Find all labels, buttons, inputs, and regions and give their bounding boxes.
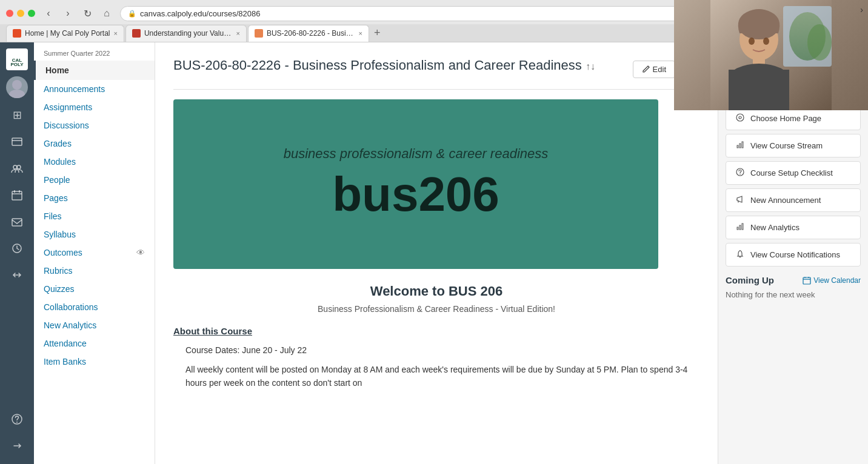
svg-rect-24 [742,142,743,148]
nav-inbox-icon[interactable] [5,210,29,234]
hero-banner: business professionalism & career readin… [173,99,658,269]
nav-history-icon[interactable] [5,236,29,260]
tab-close-icon[interactable]: × [236,30,240,37]
traffic-lights [6,10,35,17]
nothing-text: Nothing for the next week [726,290,861,299]
sidebar-link-label: Item Banks [44,357,86,366]
action-icon [735,113,746,124]
sidebar-link[interactable]: Attendance [34,334,155,353]
welcome-sub: Business Professionalism & Career Readin… [173,304,699,314]
video-person [674,0,868,110]
url-text: canvas.calpoly.edu/courses/82086 [140,9,261,18]
tab-icon [255,29,263,38]
new-tab-button[interactable]: + [370,27,384,39]
user-avatar[interactable] [6,76,28,98]
right-action-view-course-notifications[interactable]: View Course Notifications [726,243,861,267]
nav-courses-icon[interactable] [5,130,29,154]
browser-tab[interactable]: BUS-206-80-2226 - Business... × [248,25,369,42]
tab-label: BUS-206-80-2226 - Business... [267,29,355,38]
sidebar-link[interactable]: Outcomes👁 [34,244,155,262]
tab-close-icon[interactable]: × [359,30,362,37]
svg-point-37 [807,24,832,61]
svg-rect-30 [803,277,810,284]
action-label: Course Setup Checklist [750,168,833,177]
sidebar-link[interactable]: Rubrics [34,262,155,280]
action-label: View Course Notifications [750,250,840,259]
browser-tab[interactable]: Understanding your Values.pp × [125,25,247,42]
nav-help-icon[interactable] [5,407,29,431]
action-icon [735,141,746,151]
sidebar-link[interactable]: Item Banks [34,353,155,371]
sidebar-link-label: Attendance [44,339,87,348]
sidebar-link-label: Collaborations [44,302,98,312]
sidebar-link[interactable]: Collaborations [34,298,155,316]
nav-groups-icon[interactable] [5,156,29,181]
sidebar-link-label: Syllabus [44,230,76,239]
sidebar-link[interactable]: People [34,171,155,189]
view-calendar-link[interactable]: View Calendar [803,276,861,285]
svg-point-44 [763,38,769,45]
sidebar-link[interactable]: New Analytics [34,316,155,334]
quarter-label: Summer Quarter 2022 [34,42,155,61]
home-button[interactable]: ⌂ [98,5,115,22]
svg-rect-42 [729,70,789,110]
nav-dashboard-icon[interactable]: ⊞ [5,103,29,127]
about-heading: About this Course [173,326,699,336]
title-divider [173,89,699,90]
minimize-button[interactable] [17,10,24,17]
svg-rect-23 [739,144,741,148]
svg-text:POLY: POLY [10,62,24,67]
sidebar-link[interactable]: Modules [34,153,155,171]
action-label: New Announcement [750,196,821,205]
svg-rect-5 [12,138,22,145]
sidebar-link[interactable]: Syllabus [34,225,155,244]
sidebar-link-label: Files [44,211,62,221]
sidebar-link[interactable]: Assignments [34,98,155,116]
sidebar-link-label: People [44,175,70,185]
sidebar-link[interactable]: Grades [34,134,155,153]
edit-button[interactable]: Edit [633,61,675,78]
back-button[interactable]: ‹ [40,5,57,22]
sidebar-link[interactable]: Files [34,207,155,225]
sidebar-link-label: Quizzes [44,284,75,294]
refresh-button[interactable]: ↻ [79,5,96,22]
right-action-new-analytics[interactable]: New Analytics [726,216,861,239]
svg-point-8 [17,165,21,169]
outcomes-visibility-icon[interactable]: 👁 [136,248,145,257]
nav-commons-icon[interactable] [5,263,29,287]
maximize-button[interactable] [28,10,35,17]
action-icon [735,222,746,233]
svg-rect-9 [12,191,22,200]
sidebar-link[interactable]: Discussions [34,116,155,134]
tab-icon [132,29,141,38]
right-action-new-announcement[interactable]: New Announcement [726,188,861,212]
hero-subtitle: business professionalism & career readin… [284,146,549,162]
close-button[interactable] [6,10,13,17]
action-label: New Analytics [750,223,800,232]
sidebar-link[interactable]: Quizzes [34,280,155,298]
left-nav: CAL POLY ⊞ [0,42,34,464]
sidebar-link[interactable]: Pages [34,189,155,207]
sidebar-link-label: Outcomes [44,248,82,257]
svg-point-43 [749,38,755,45]
sidebar-link-label: Announcements [44,84,105,94]
svg-point-26 [739,174,741,175]
forward-button[interactable]: › [59,5,76,22]
right-action-course-setup-checklist[interactable]: Course Setup Checklist [726,161,861,185]
sidebar-link[interactable]: Announcements [34,80,155,98]
tab-icon [13,29,21,38]
video-chevron-icon[interactable]: › [860,5,863,15]
nav-calendar-icon[interactable] [5,183,29,207]
sidebar-link-label: Grades [44,139,72,148]
tab-close-icon[interactable]: × [114,30,118,37]
sidebar-home[interactable]: Home [34,61,155,80]
svg-point-7 [13,165,17,169]
right-action-view-course-stream[interactable]: View Course Stream [726,134,861,157]
svg-point-3 [12,80,22,90]
browser-tab[interactable]: Home | My Cal Poly Portal × [6,25,124,42]
lock-icon: 🔒 [128,10,136,18]
nav-expand-icon[interactable] [5,434,29,458]
action-icon [735,195,746,205]
svg-rect-22 [737,145,738,148]
sidebar-link-label: Rubrics [44,266,72,276]
